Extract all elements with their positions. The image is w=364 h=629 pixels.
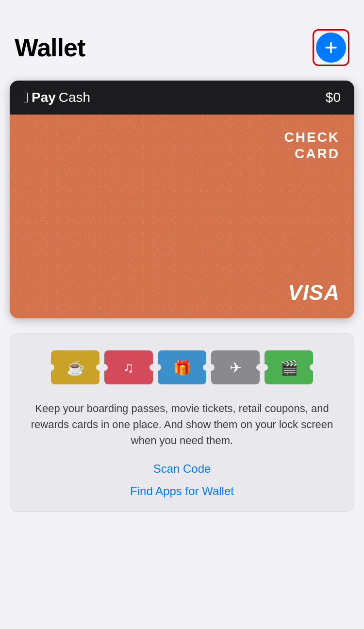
check-card-label: CHECK CARD [284, 129, 340, 162]
pass-icons-row: ☕ ♫ 🎁 ✈ 🎬 [20, 348, 344, 387]
plane-icon: ✈ [230, 359, 242, 376]
page-title: Wallet [15, 33, 85, 62]
pay-label: Pay [32, 90, 56, 105]
movie-icon: 🎬 [280, 359, 298, 376]
passes-section: ☕ ♫ 🎁 ✈ 🎬 Keep your boarding passes, mov… [10, 333, 354, 512]
passes-description: Keep your boarding passes, movie tickets… [20, 400, 344, 448]
add-card-button[interactable] [316, 33, 346, 63]
coffee-ticket-icon: ☕ [49, 348, 102, 387]
plane-ticket-icon: ✈ [209, 348, 262, 387]
apple-pay-header:  Pay Cash $0 [10, 81, 354, 115]
gift-ticket-icon: 🎁 [155, 348, 209, 387]
find-apps-button[interactable]: Find Apps for Wallet [20, 484, 344, 498]
music-icon: ♫ [123, 359, 134, 376]
coffee-icon: ☕ [66, 359, 84, 376]
scan-code-button[interactable]: Scan Code [20, 462, 344, 476]
gift-icon: 🎁 [173, 359, 191, 376]
header: Wallet [0, 0, 364, 76]
movie-ticket-icon: 🎬 [262, 348, 315, 387]
plus-icon [323, 40, 339, 55]
cash-label: Cash [59, 90, 90, 105]
balance-amount: $0 [326, 90, 341, 105]
apple-icon:  [23, 89, 29, 106]
visa-card[interactable]: CHECK CARD VISA [10, 115, 354, 318]
apple-pay-logo:  Pay Cash [23, 89, 90, 106]
visa-brand-label: VISA [288, 281, 340, 305]
payment-card-container[interactable]:  Pay Cash $0 CHECK CARD VISA [10, 81, 354, 318]
music-ticket-icon: ♫ [102, 348, 155, 387]
add-button-highlight [313, 29, 349, 66]
